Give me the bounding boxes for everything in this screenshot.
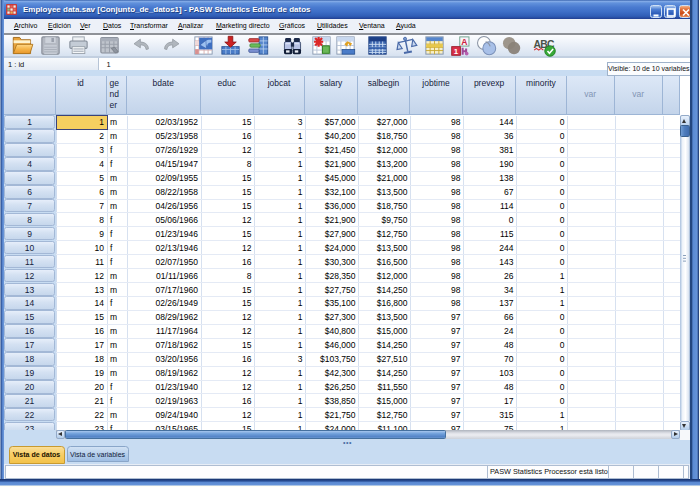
- svg-text:1: 1: [453, 46, 458, 55]
- svg-text:A: A: [461, 36, 467, 46]
